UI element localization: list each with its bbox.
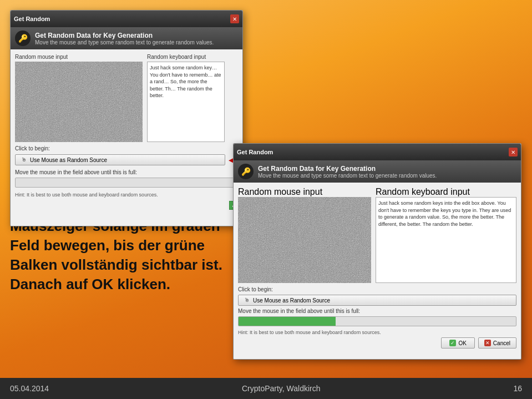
win1-progress-bar xyxy=(15,178,238,188)
win1-key-icon: 🔑 xyxy=(15,31,31,46)
win1-kb-area: Just hack some random key… You don't hav… xyxy=(147,62,225,142)
win1-btn-row: 🖱 Use Mouse as Random Source ◀ xyxy=(15,154,238,166)
win2-mouse-label: Random mouse input xyxy=(238,187,371,197)
win1-titlebar: Get Random ✕ xyxy=(11,11,242,27)
win1-body: Random mouse input Random keyboard input… xyxy=(11,49,242,214)
win2-header-sub: Move the mouse and type some random text… xyxy=(258,173,437,179)
win2-body: Random mouse input Random keyboard input… xyxy=(234,183,521,353)
win2-kb-area: Just hack some random keys into the edit… xyxy=(376,197,516,283)
win2-btn-row: 🖱 Use Mouse as Random Source xyxy=(238,295,516,306)
win1-click-label: Click to begin: xyxy=(15,145,238,151)
win2-kb-hint: Just hack some random keys into the edit… xyxy=(376,198,516,230)
win2-header-text: Get Random Data for Key Generation Move … xyxy=(258,165,437,179)
slide-footer: 05.04.2014 CryptoParty, Waldkirch 16 xyxy=(0,378,532,399)
win2-titlebar: Get Random ✕ xyxy=(234,144,521,160)
win2-two-col: Random mouse input Random keyboard input… xyxy=(238,187,516,283)
win2-mouse-col: Random mouse input xyxy=(238,187,371,283)
win1-mouse-col: Random mouse input xyxy=(15,54,143,142)
instruction-text: Mauszeiger solange im grauen Feld bewege… xyxy=(10,216,226,294)
win2-cancel-icon: ✕ xyxy=(484,340,491,346)
win1-kb-label: Random keyboard input xyxy=(147,54,225,60)
window-2: Get Random ✕ 🔑 Get Random Data for Key G… xyxy=(233,143,521,360)
win2-mouse-button[interactable]: 🖱 Use Mouse as Random Source xyxy=(238,295,516,306)
footer-page: 16 xyxy=(513,384,522,393)
win2-ok-icon: ✓ xyxy=(449,340,456,346)
win2-progress-fill xyxy=(239,317,336,326)
win1-mouse-btn-label: Use Mouse as Random Source xyxy=(30,157,107,163)
win2-ok-button[interactable]: ✓ OK xyxy=(441,337,474,349)
win2-click-label: Click to begin: xyxy=(238,286,516,292)
win1-header-sub: Move the mouse and type some random text… xyxy=(35,39,214,46)
win1-two-col: Random mouse input Random keyboard input… xyxy=(15,54,238,142)
win1-close-button[interactable]: ✕ xyxy=(230,14,239,23)
win1-title: Get Random xyxy=(14,16,50,22)
win1-noise-area xyxy=(15,62,143,142)
win1-header-text: Get Random Data for Key Generation Move … xyxy=(35,32,214,46)
win1-hint: Hint: It is best to use both mouse and k… xyxy=(15,192,238,198)
win2-mouse-icon: 🖱 xyxy=(244,297,251,304)
win2-kb-label: Random keyboard input xyxy=(376,187,516,197)
win2-mouse-btn-label: Use Mouse as Random Source xyxy=(253,297,330,304)
win2-cancel-button[interactable]: ✕ Cancel xyxy=(478,337,516,349)
win1-dialog-header: 🔑 Get Random Data for Key Generation Mov… xyxy=(11,27,242,49)
win2-footer-buttons: ✓ OK ✕ Cancel xyxy=(238,337,516,349)
footer-center: CryptoParty, Waldkirch xyxy=(242,384,321,393)
win1-check-row: ✓ xyxy=(15,201,238,210)
win2-ok-label: OK xyxy=(458,340,466,346)
win2-dialog-header: 🔑 Get Random Data for Key Generation Mov… xyxy=(234,160,521,183)
win1-mouse-icon: 🖱 xyxy=(21,156,28,163)
win2-hint: Hint: It is best to use both mouse and k… xyxy=(238,330,516,335)
window-1: Get Random ✕ 🔑 Get Random Data for Key G… xyxy=(10,10,243,226)
win1-mouse-button[interactable]: 🖱 Use Mouse as Random Source xyxy=(15,154,225,165)
win1-kb-col: Random keyboard input Just hack some ran… xyxy=(147,54,225,142)
win1-mouse-label: Random mouse input xyxy=(15,54,143,60)
win1-header-title: Get Random Data for Key Generation xyxy=(35,32,214,39)
win2-move-label: Move the mouse in the field above until … xyxy=(238,308,516,314)
win2-cancel-label: Cancel xyxy=(493,340,510,346)
win2-progress-bar xyxy=(238,316,516,326)
win2-header-title: Get Random Data for Key Generation xyxy=(258,165,437,173)
win2-key-icon: 🔑 xyxy=(238,164,254,179)
win2-kb-col: Random keyboard input Just hack some ran… xyxy=(376,187,516,283)
win1-kb-hint: Just hack some random key… You don't hav… xyxy=(148,62,224,102)
win1-move-label: Move the mouse in the field above until … xyxy=(15,169,238,175)
win2-title: Get Random xyxy=(237,149,273,155)
win2-noise-area xyxy=(238,197,371,283)
win2-close-button[interactable]: ✕ xyxy=(509,148,518,156)
footer-date: 05.04.2014 xyxy=(10,384,49,393)
